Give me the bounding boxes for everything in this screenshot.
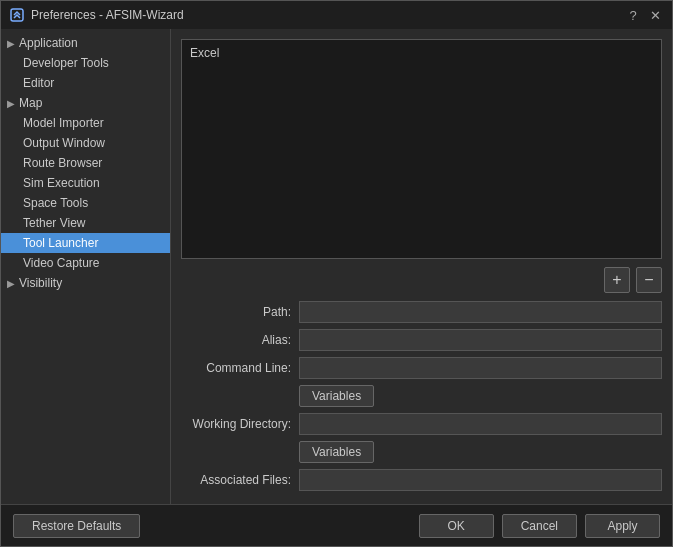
- sidebar-item-space-tools[interactable]: Space Tools: [1, 193, 170, 213]
- expand-arrow-icon: ▶: [7, 278, 15, 289]
- variables-button-1[interactable]: Variables: [299, 385, 374, 407]
- path-row: Path:: [181, 301, 662, 323]
- list-item[interactable]: Excel: [186, 44, 657, 62]
- associated-files-label: Associated Files:: [181, 473, 291, 487]
- sidebar-item-label: Tool Launcher: [23, 236, 98, 250]
- variables-row-1: Variables: [181, 385, 662, 407]
- sidebar-item-application[interactable]: ▶Application: [1, 33, 170, 53]
- restore-defaults-button[interactable]: Restore Defaults: [13, 514, 140, 538]
- sidebar-item-label: Space Tools: [23, 196, 88, 210]
- bottom-right: OK Cancel Apply: [419, 514, 660, 538]
- bottom-left: Restore Defaults: [13, 514, 140, 538]
- remove-tool-button[interactable]: −: [636, 267, 662, 293]
- command-line-label: Command Line:: [181, 361, 291, 375]
- title-bar-actions: ? ✕: [624, 6, 664, 24]
- close-button[interactable]: ✕: [646, 6, 664, 24]
- ok-button[interactable]: OK: [419, 514, 494, 538]
- sidebar-item-map[interactable]: ▶Map: [1, 93, 170, 113]
- sidebar-item-visibility[interactable]: ▶Visibility: [1, 273, 170, 293]
- sidebar-item-route-browser[interactable]: Route Browser: [1, 153, 170, 173]
- sidebar-item-label: Developer Tools: [23, 56, 109, 70]
- command-line-input[interactable]: [299, 357, 662, 379]
- sidebar-item-label: Model Importer: [23, 116, 104, 130]
- working-directory-label: Working Directory:: [181, 417, 291, 431]
- sidebar-item-label: Sim Execution: [23, 176, 100, 190]
- variables-button-2[interactable]: Variables: [299, 441, 374, 463]
- variables-row-2: Variables: [181, 441, 662, 463]
- bottom-bar: Restore Defaults OK Cancel Apply: [1, 504, 672, 546]
- cancel-button[interactable]: Cancel: [502, 514, 577, 538]
- alias-label: Alias:: [181, 333, 291, 347]
- sidebar-item-label: Tether View: [23, 216, 85, 230]
- expand-arrow-icon: ▶: [7, 98, 15, 109]
- sidebar: ▶ApplicationDeveloper ToolsEditor▶MapMod…: [1, 29, 171, 504]
- window-title: Preferences - AFSIM-Wizard: [31, 8, 618, 22]
- sidebar-item-tool-launcher[interactable]: Tool Launcher: [1, 233, 170, 253]
- working-directory-input[interactable]: [299, 413, 662, 435]
- path-input[interactable]: [299, 301, 662, 323]
- sidebar-item-editor[interactable]: Editor: [1, 73, 170, 93]
- window-icon: [9, 7, 25, 23]
- alias-row: Alias:: [181, 329, 662, 351]
- associated-files-input[interactable]: [299, 469, 662, 491]
- preferences-window: Preferences - AFSIM-Wizard ? ✕ ▶Applicat…: [0, 0, 673, 547]
- sidebar-item-label: Map: [19, 96, 42, 110]
- sidebar-item-label: Editor: [23, 76, 54, 90]
- associated-files-row: Associated Files:: [181, 469, 662, 491]
- sidebar-item-label: Route Browser: [23, 156, 102, 170]
- command-line-row: Command Line:: [181, 357, 662, 379]
- title-bar: Preferences - AFSIM-Wizard ? ✕: [1, 1, 672, 29]
- sidebar-item-label: Visibility: [19, 276, 62, 290]
- sidebar-item-label: Output Window: [23, 136, 105, 150]
- sidebar-item-tether-view[interactable]: Tether View: [1, 213, 170, 233]
- apply-button[interactable]: Apply: [585, 514, 660, 538]
- add-tool-button[interactable]: +: [604, 267, 630, 293]
- content-area: ▶ApplicationDeveloper ToolsEditor▶MapMod…: [1, 29, 672, 504]
- help-button[interactable]: ?: [624, 6, 642, 24]
- sidebar-item-sim-execution[interactable]: Sim Execution: [1, 173, 170, 193]
- tool-list[interactable]: Excel: [181, 39, 662, 259]
- main-panel: Excel + − Path: Alias: Command Line:: [171, 29, 672, 504]
- form-area: Path: Alias: Command Line: Variables Wor…: [181, 301, 662, 491]
- alias-input[interactable]: [299, 329, 662, 351]
- sidebar-item-developer-tools[interactable]: Developer Tools: [1, 53, 170, 73]
- sidebar-item-label: Application: [19, 36, 78, 50]
- sidebar-item-video-capture[interactable]: Video Capture: [1, 253, 170, 273]
- sidebar-item-label: Video Capture: [23, 256, 100, 270]
- expand-arrow-icon: ▶: [7, 38, 15, 49]
- working-directory-row: Working Directory:: [181, 413, 662, 435]
- sidebar-item-output-window[interactable]: Output Window: [1, 133, 170, 153]
- list-controls: + −: [181, 267, 662, 293]
- sidebar-item-model-importer[interactable]: Model Importer: [1, 113, 170, 133]
- path-label: Path:: [181, 305, 291, 319]
